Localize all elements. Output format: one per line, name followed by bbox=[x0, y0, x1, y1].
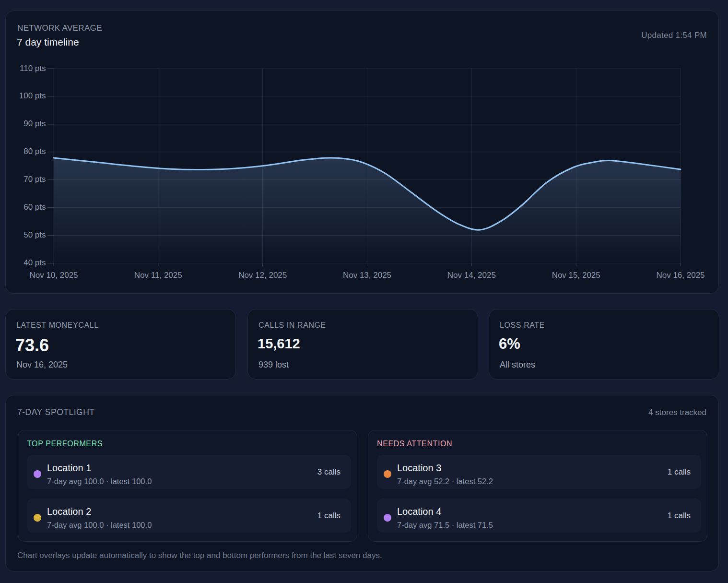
svg-text:Nov 12, 2025: Nov 12, 2025 bbox=[238, 271, 287, 280]
svg-text:Nov 13, 2025: Nov 13, 2025 bbox=[343, 271, 391, 280]
svg-text:90 pts: 90 pts bbox=[23, 119, 46, 128]
svg-text:50 pts: 50 pts bbox=[23, 230, 46, 239]
svg-text:Nov 16, 2025: Nov 16, 2025 bbox=[656, 271, 705, 280]
svg-text:Nov 10, 2025: Nov 10, 2025 bbox=[29, 271, 78, 280]
svg-text:70 pts: 70 pts bbox=[23, 175, 46, 184]
svg-text:40 pts: 40 pts bbox=[23, 258, 46, 267]
svg-text:60 pts: 60 pts bbox=[23, 202, 46, 212]
svg-text:Nov 15, 2025: Nov 15, 2025 bbox=[552, 271, 600, 280]
svg-text:Nov 11, 2025: Nov 11, 2025 bbox=[134, 271, 182, 280]
svg-text:Nov 14, 2025: Nov 14, 2025 bbox=[447, 271, 496, 280]
svg-text:110 pts: 110 pts bbox=[20, 64, 46, 73]
svg-text:100 pts: 100 pts bbox=[19, 91, 46, 100]
svg-text:80 pts: 80 pts bbox=[23, 147, 46, 156]
